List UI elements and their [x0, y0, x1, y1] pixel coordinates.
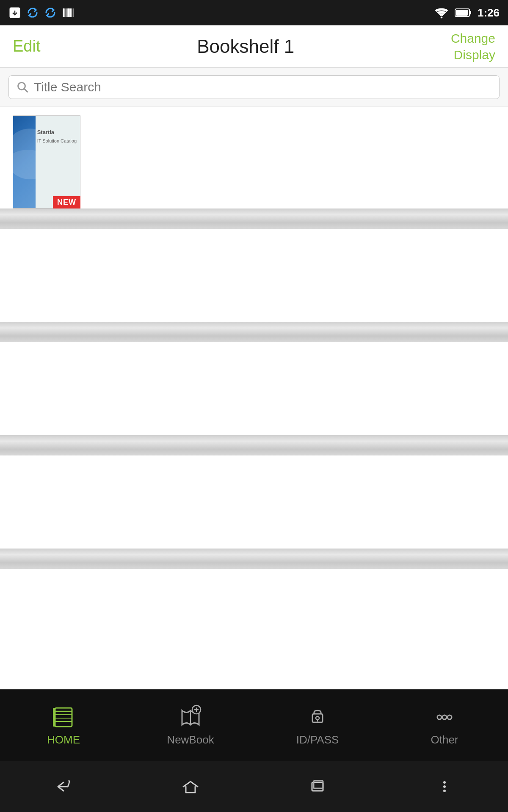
status-time: 1:26 [478, 6, 500, 19]
shelf-row-1-content: Startia IT Solution Catalog NEW [0, 107, 508, 208]
nav-item-home[interactable]: HOME [21, 705, 106, 746]
search-wrapper[interactable] [8, 75, 500, 99]
svg-rect-7 [70, 8, 71, 17]
newbook-icon [178, 705, 203, 730]
shelf-row-1: Startia IT Solution Catalog NEW [0, 107, 508, 229]
svg-rect-5 [67, 8, 68, 17]
top-nav: Edit Bookshelf 1 ChangeDisplay [0, 25, 508, 68]
svg-point-36 [443, 790, 446, 792]
sync-icon [26, 6, 39, 19]
svg-point-31 [447, 715, 452, 719]
book-cover-blue [13, 116, 36, 208]
svg-rect-9 [73, 8, 73, 17]
shelf-row-3 [0, 342, 508, 455]
page-title: Bookshelf 1 [197, 36, 294, 57]
edit-button[interactable]: Edit [13, 37, 40, 55]
battery-icon [455, 7, 472, 18]
svg-rect-3 [64, 8, 65, 17]
barcode-icon [62, 6, 75, 19]
nav-item-home-label: HOME [47, 733, 80, 746]
change-display-button[interactable]: ChangeDisplay [451, 30, 495, 63]
sync2-icon [44, 6, 57, 19]
shelf-divider-2 [0, 322, 508, 342]
svg-point-34 [443, 781, 446, 784]
status-bar: 1:26 [0, 0, 508, 25]
book-cover-image: Startia IT Solution Catalog [13, 115, 80, 208]
shelf-row-2 [0, 229, 508, 342]
svg-rect-13 [456, 10, 468, 16]
shelf-divider-3 [0, 435, 508, 455]
book-badge-new: NEW [53, 196, 80, 208]
shelf-row-4 [0, 455, 508, 569]
shelf-row-3-content [0, 342, 508, 435]
recent-button[interactable] [301, 770, 334, 804]
shelf-divider-1 [0, 208, 508, 229]
shelf-row-2-content [0, 229, 508, 322]
book-title: Startia IT Solution Catalog [37, 129, 77, 144]
shelf-content: Startia IT Solution Catalog NEW [0, 107, 508, 699]
svg-rect-2 [63, 8, 64, 17]
nav-item-other-label: Other [431, 733, 458, 746]
svg-rect-8 [72, 8, 73, 17]
other-icon [432, 705, 457, 730]
search-icon [17, 81, 29, 93]
nav-item-newbook-label: NewBook [167, 733, 214, 746]
svg-rect-16 [55, 708, 72, 727]
status-left-icons [8, 6, 75, 19]
book-item[interactable]: Startia IT Solution Catalog NEW [13, 115, 80, 208]
back-button[interactable] [47, 770, 80, 804]
svg-point-29 [437, 715, 442, 719]
idpass-icon [305, 705, 330, 730]
svg-point-30 [442, 715, 447, 719]
svg-rect-21 [53, 708, 55, 727]
search-bar [0, 68, 508, 107]
svg-point-14 [18, 82, 25, 90]
svg-point-27 [316, 716, 319, 720]
status-right-icons: 1:26 [434, 6, 500, 19]
nav-item-idpass-label: ID/PASS [296, 733, 339, 746]
search-input[interactable] [34, 80, 491, 94]
shelf-row-4-content [0, 455, 508, 549]
nav-item-other[interactable]: Other [402, 705, 487, 746]
wifi-icon [434, 6, 449, 19]
svg-point-35 [443, 785, 446, 788]
home-icon [51, 705, 76, 730]
svg-point-10 [441, 16, 442, 18]
svg-line-15 [25, 89, 28, 92]
download-icon [8, 6, 21, 19]
shelf-divider-4 [0, 549, 508, 569]
home-button[interactable] [174, 770, 207, 804]
nav-item-idpass[interactable]: ID/PASS [275, 705, 360, 746]
android-nav [0, 761, 508, 812]
svg-rect-6 [68, 8, 70, 17]
nav-item-newbook[interactable]: NewBook [148, 705, 233, 746]
more-button[interactable] [428, 770, 461, 804]
svg-rect-12 [469, 11, 471, 14]
svg-rect-4 [66, 8, 67, 17]
bottom-nav: HOME NewBook ID/PASS Other [0, 689, 508, 761]
